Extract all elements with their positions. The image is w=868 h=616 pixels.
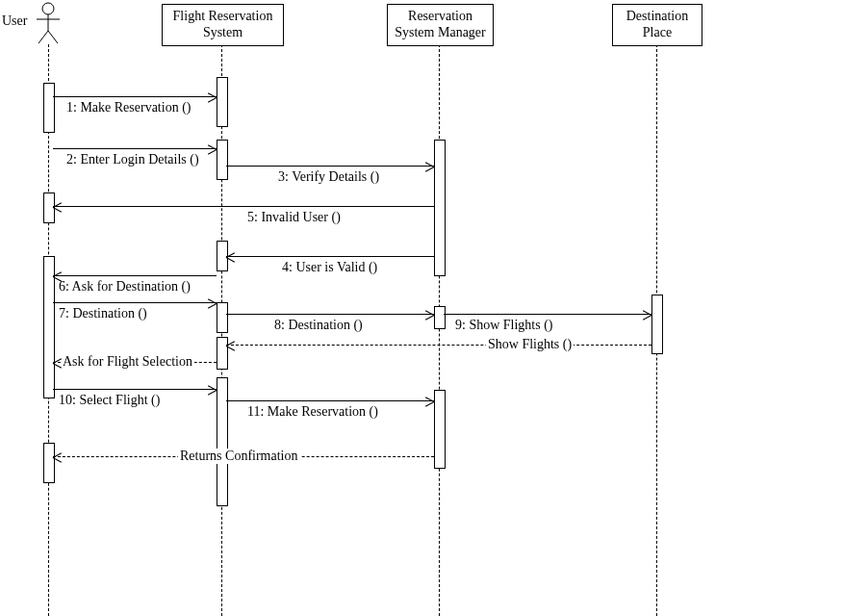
msg-5: 5: Invalid User () [53,206,434,207]
msg-9: 9: Show Flights () [444,314,651,315]
msg-11: 11: Make Reservation () [226,400,434,401]
msg-2-label: 2: Enter Login Details () [64,152,201,167]
lifeline-rsm [439,44,440,616]
msg-return-ask-selection: Ask for Flight Selection [53,362,217,363]
actor-icon [35,2,62,44]
head-rsm: ReservationSystem Manager [387,4,494,46]
act-rsm-1 [434,140,446,276]
msg-7: 7: Destination () [53,302,217,303]
actor-user-label: User [2,13,27,29]
sequence-diagram: User Flight ReservationSystem Reservatio… [0,0,868,616]
msg-6-label: 6: Ask for Destination () [57,279,192,295]
act-frs-5 [217,337,228,370]
msg-3: 3: Verify Details () [226,166,434,167]
act-frs-4 [217,302,228,333]
actor-user [35,2,62,48]
head-dest: DestinationPlace [612,4,702,46]
msg-8-label: 8: Destination () [272,318,365,333]
head-frs-label: Flight ReservationSystem [173,9,273,39]
msg-2: 2: Enter Login Details () [53,148,217,149]
msg-7-label: 7: Destination () [57,306,149,321]
act-frs-2 [217,140,228,180]
msg-3-label: 3: Verify Details () [276,169,381,185]
msg-return-show-flights-label: Show Flights () [486,337,574,352]
msg-return-ask-selection-label: Ask for Flight Selection [61,354,194,370]
act-frs-1 [217,77,228,127]
msg-4-label: 4: User is Valid () [280,260,379,275]
svg-line-3 [38,31,48,43]
act-user-4 [43,443,55,483]
msg-return-confirmation: Returns Confirmation [53,456,434,457]
msg-return-confirmation-label: Returns Confirmation [178,449,300,464]
msg-1: 1: Make Reservation () [53,96,217,97]
act-dest-1 [651,295,663,354]
msg-4: 4: User is Valid () [226,256,434,257]
act-rsm-3 [434,390,446,469]
msg-11-label: 11: Make Reservation () [245,404,380,420]
msg-1-label: 1: Make Reservation () [64,100,192,116]
head-rsm-label: ReservationSystem Manager [395,9,485,39]
msg-10: 10: Select Flight () [53,389,217,390]
msg-5-label: 5: Invalid User () [245,210,343,225]
head-frs: Flight ReservationSystem [162,4,284,46]
msg-9-label: 9: Show Flights () [453,318,555,333]
msg-6: 6: Ask for Destination () [53,275,217,276]
svg-line-4 [48,31,58,43]
msg-return-show-flights: Show Flights () [226,345,651,346]
msg-10-label: 10: Select Flight () [57,393,162,408]
act-rsm-2 [434,306,446,329]
svg-point-0 [42,3,54,14]
msg-8: 8: Destination () [226,314,434,315]
head-dest-label: DestinationPlace [626,9,689,39]
act-user-1 [43,83,55,133]
act-frs-6 [217,377,228,506]
